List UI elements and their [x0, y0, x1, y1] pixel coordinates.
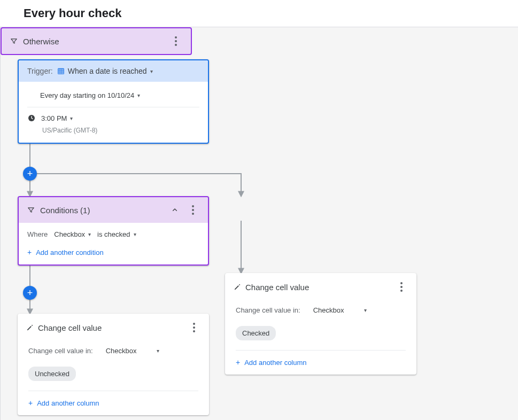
plus-icon: + — [27, 248, 32, 256]
add-step-button[interactable]: + — [23, 286, 37, 300]
action-change-cell-1[interactable]: Change cell value Change cell value in: … — [18, 314, 209, 415]
trigger-prefix: Trigger: — [27, 67, 53, 75]
action-header: Change cell value — [225, 273, 416, 298]
recurrence-dropdown[interactable]: Every day starting on 10/10/24 ▾ — [40, 91, 140, 99]
collapse-button[interactable] — [168, 204, 181, 216]
otherwise-header: Otherwise — [2, 28, 191, 54]
otherwise-title: Otherwise — [23, 37, 59, 46]
caret-down-icon: ▾ — [157, 348, 159, 354]
action-column-dropdown[interactable]: Checkbox ▾ — [100, 344, 165, 358]
otherwise-menu-button[interactable] — [169, 35, 182, 48]
action-field-row: Change cell value in: Checkbox ▾ — [28, 344, 198, 358]
action-change-cell-2[interactable]: Change cell value Change cell value in: … — [225, 273, 416, 375]
action-column-label: Checkbox — [313, 306, 344, 314]
condition-field-dropdown[interactable]: Checkbox ▾ — [54, 230, 91, 238]
action-column-dropdown[interactable]: Checkbox ▾ — [308, 303, 372, 317]
timezone-label: US/Pacific (GMT-8) — [42, 127, 199, 134]
conditions-node[interactable]: Conditions (1) Where Checkbox ▾ is check… — [18, 196, 209, 266]
plus-icon: + — [28, 399, 33, 407]
trigger-header: Trigger: When a date is reached ▾ — [19, 60, 208, 82]
action-field-label: Change cell value in: — [28, 347, 93, 355]
add-column-label: Add another column — [244, 359, 306, 367]
action-body: Change cell value in: Checkbox ▾ Checked… — [225, 298, 416, 375]
where-label: Where — [27, 230, 48, 238]
conditions-header: Conditions (1) — [19, 197, 208, 223]
add-column-button[interactable]: + Add another column — [28, 391, 198, 407]
action-value-chip[interactable]: Unchecked — [28, 367, 76, 381]
action-column-label: Checkbox — [106, 347, 137, 355]
action-value-chip[interactable]: Checked — [236, 326, 276, 340]
page-title: Every hour check — [0, 0, 518, 27]
action-title: Change cell value — [38, 323, 102, 332]
add-column-button[interactable]: + Add another column — [236, 350, 406, 367]
recurrence-label: Every day starting on 10/10/24 — [40, 91, 134, 99]
caret-down-icon: ▾ — [88, 231, 91, 237]
add-condition-label: Add another condition — [36, 248, 103, 256]
time-label: 3:00 PM — [41, 114, 67, 122]
plus-icon: + — [236, 358, 240, 367]
action-menu-button[interactable] — [395, 281, 408, 293]
filter-icon — [27, 206, 35, 214]
caret-down-icon: ▾ — [150, 68, 153, 74]
svg-rect-3 — [58, 68, 64, 74]
action-body: Change cell value in: Checkbox ▾ Uncheck… — [18, 338, 209, 415]
caret-down-icon: ▾ — [137, 92, 140, 98]
trigger-type-dropdown[interactable]: When a date is reached ▾ — [57, 67, 153, 75]
caret-down-icon: ▾ — [364, 307, 367, 313]
trigger-body: Every day starting on 10/10/24 ▾ 3:00 PM… — [19, 82, 208, 143]
conditions-title: Conditions (1) — [40, 206, 90, 215]
add-condition-button[interactable]: + Add another condition — [27, 248, 199, 256]
trigger-node[interactable]: Trigger: When a date is reached ▾ Every … — [18, 59, 209, 144]
condition-row: Where Checkbox ▾ is checked ▾ — [27, 230, 199, 238]
condition-field-label: Checkbox — [54, 230, 85, 238]
condition-operator-dropdown[interactable]: is checked ▾ — [97, 230, 136, 238]
conditions-body: Where Checkbox ▾ is checked ▾ + Add anot… — [19, 223, 208, 265]
workflow-canvas: Trigger: When a date is reached ▾ Every … — [0, 27, 518, 420]
calendar-grid-icon — [57, 67, 65, 75]
action-title: Change cell value — [245, 283, 309, 292]
conditions-menu-button[interactable] — [187, 204, 199, 216]
caret-down-icon: ▾ — [134, 231, 136, 237]
caret-down-icon: ▾ — [70, 115, 73, 121]
condition-operator-label: is checked — [97, 230, 130, 238]
clock-icon — [27, 114, 36, 122]
pencil-icon — [234, 283, 241, 291]
add-step-button[interactable]: + — [23, 167, 37, 181]
trigger-time-row: 3:00 PM ▾ — [27, 107, 199, 126]
trigger-type-label: When a date is reached — [68, 67, 147, 75]
time-dropdown[interactable]: 3:00 PM ▾ — [41, 114, 73, 122]
add-column-label: Add another column — [37, 399, 99, 407]
action-header: Change cell value — [18, 314, 209, 338]
action-field-row: Change cell value in: Checkbox ▾ — [236, 303, 406, 317]
otherwise-node[interactable]: Otherwise — [1, 27, 192, 55]
action-menu-button[interactable] — [188, 321, 200, 334]
filter-icon — [10, 37, 18, 45]
pencil-icon — [26, 324, 34, 331]
trigger-recurrence-row: Every day starting on 10/10/24 ▾ — [27, 88, 199, 103]
action-field-label: Change cell value in: — [236, 306, 300, 314]
